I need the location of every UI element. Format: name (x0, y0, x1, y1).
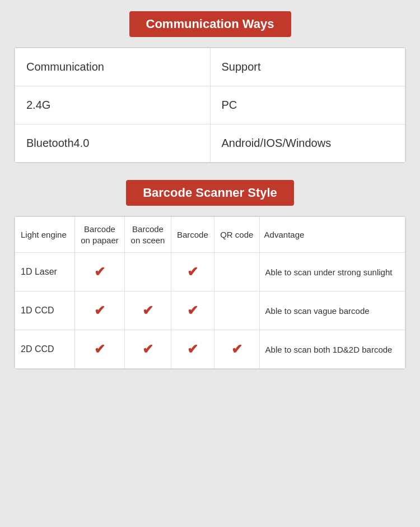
scanner-row2-col1: ✔ (74, 292, 125, 330)
scanner-row1-engine: 1D Laser (15, 253, 75, 292)
section1-title: Communication Ways (129, 11, 291, 37)
check-icon: ✔ (187, 303, 198, 318)
scanner-row1-col2 (125, 253, 171, 292)
scanner-row2-col3: ✔ (171, 292, 214, 330)
table-row: Communication Support (15, 48, 405, 86)
scanner-row3-col3: ✔ (171, 330, 214, 369)
scanner-header-barcode-screen: Barcodeon sceen (125, 217, 171, 253)
scanner-header-engine: Light engine (15, 217, 75, 253)
scanner-header-barcode: Barcode (171, 217, 214, 253)
communication-table: Communication Support 2.4G PC Bluetooth4… (15, 48, 405, 163)
scanner-header-advantage: Advantage (259, 217, 405, 253)
check-icon: ✔ (231, 341, 242, 357)
section1-title-container: Communication Ways (14, 11, 406, 37)
comm-row2-col1: Bluetooth4.0 (15, 124, 211, 163)
check-icon: ✔ (187, 341, 198, 357)
scanner-row1-advantage: Able to scan under strong sunlight (259, 253, 405, 292)
scanner-row1-col1: ✔ (74, 253, 125, 292)
table-row: 1D CCD ✔ ✔ ✔ Able to scan vague barcode (15, 292, 405, 330)
scanner-header-barcode-paper: Barcodeon papaer (74, 217, 125, 253)
scanner-table: Light engine Barcodeon papaer Barcodeon … (15, 216, 405, 369)
scanner-row3-advantage: Able to scan both 1D&2D barcode (259, 330, 405, 369)
scanner-header-qr: QR code (214, 217, 259, 253)
scanner-row3-engine: 2D CCD (15, 330, 75, 369)
communication-table-wrapper: Communication Support 2.4G PC Bluetooth4… (14, 47, 406, 163)
scanner-row2-col4 (214, 292, 259, 330)
comm-row2-col2: Android/IOS/Windows (210, 124, 405, 163)
section2-title: Barcode Scanner Style (126, 180, 294, 206)
table-row: Bluetooth4.0 Android/IOS/Windows (15, 124, 405, 163)
check-icon: ✔ (142, 341, 153, 357)
table-row: 2.4G PC (15, 86, 405, 124)
section2-title-container: Barcode Scanner Style (14, 180, 406, 206)
check-icon: ✔ (187, 264, 198, 279)
scanner-row3-col2: ✔ (125, 330, 171, 369)
scanner-row1-col4 (214, 253, 259, 292)
scanner-table-wrapper: Light engine Barcodeon papaer Barcodeon … (14, 216, 406, 369)
scanner-table-header-row: Light engine Barcodeon papaer Barcodeon … (15, 217, 405, 253)
scanner-row1-col3: ✔ (171, 253, 214, 292)
scanner-row2-engine: 1D CCD (15, 292, 75, 330)
check-icon: ✔ (94, 341, 105, 357)
comm-row1-col1: 2.4G (15, 86, 211, 124)
scanner-row3-col1: ✔ (74, 330, 125, 369)
table-row: 1D Laser ✔ ✔ Able to scan under strong s… (15, 253, 405, 292)
table-row: 2D CCD ✔ ✔ ✔ ✔ Able to scan both 1D&2D b… (15, 330, 405, 369)
comm-row1-col2: PC (210, 86, 405, 124)
scanner-row3-col4: ✔ (214, 330, 259, 369)
check-icon: ✔ (94, 264, 105, 279)
check-icon: ✔ (142, 303, 153, 318)
scanner-row2-col2: ✔ (125, 292, 171, 330)
check-icon: ✔ (94, 303, 105, 318)
comm-header-col1: Communication (15, 48, 211, 86)
scanner-row2-advantage: Able to scan vague barcode (259, 292, 405, 330)
comm-header-col2: Support (210, 48, 405, 86)
